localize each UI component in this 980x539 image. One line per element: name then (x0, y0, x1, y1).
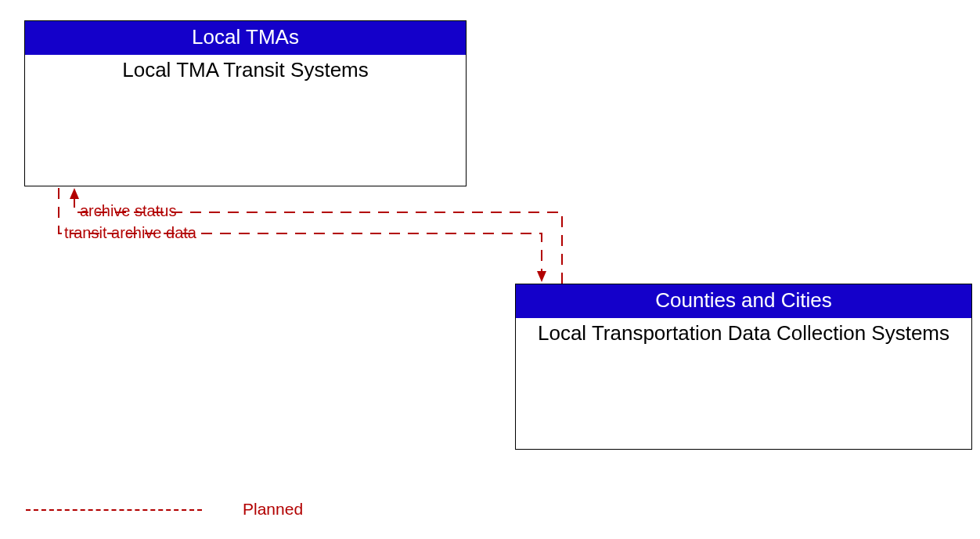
entity-local-tma: Local TMAs Local TMA Transit Systems (24, 20, 467, 186)
entity-title: Local TMA Transit Systems (25, 55, 466, 90)
legend-label-planned: Planned (243, 500, 303, 519)
legend-line-planned (26, 509, 202, 511)
entity-local-transportation-data: Counties and Cities Local Transportation… (515, 284, 972, 450)
entity-header: Local TMAs (25, 21, 466, 55)
entity-title: Local Transportation Data Collection Sys… (516, 318, 971, 353)
flow-label-transit-archive-data: transit archive data (64, 224, 196, 242)
flow-label-archive-status: archive status (80, 202, 176, 220)
entity-header: Counties and Cities (516, 284, 971, 318)
